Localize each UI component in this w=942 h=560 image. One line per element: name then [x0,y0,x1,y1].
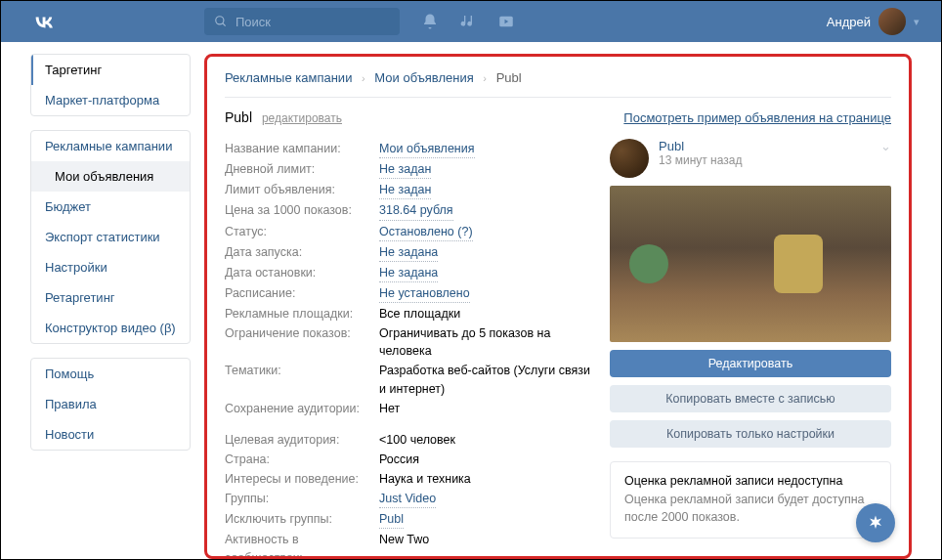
chevron-right-icon: › [483,72,487,84]
property-row: Ограничение показов:Ограничивать до 5 по… [225,323,590,361]
sidebar-item-help[interactable]: Помощь [31,359,190,389]
breadcrumb-current: Publ [496,70,522,85]
property-row: Рекламные площадки:Все площадки [225,304,590,323]
copy-settings-button[interactable]: Копировать только настройки [610,420,891,448]
sidebar-item-settings[interactable]: Настройки [31,252,190,282]
property-row: Активность в сообществах:New Two [225,530,590,559]
sidebar: Таргетинг Маркет-платформа Рекламные кам… [30,54,191,559]
notifications-icon[interactable] [421,13,439,30]
top-icons [421,13,515,30]
edit-title-link[interactable]: редактировать [262,111,342,125]
chevron-down-icon: ▾ [914,16,920,28]
property-value[interactable]: 318.64 рубля [379,201,453,220]
property-row: Сохранение аудитории:Нет [225,399,590,418]
property-label: Дневной лимит: [225,160,379,179]
post-header: Publ 13 минут назад ⌄ [610,139,891,178]
search-box[interactable] [204,8,400,35]
post-title[interactable]: Publ [659,139,742,153]
property-value[interactable]: Не задана [379,264,438,282]
edit-button[interactable]: Редактировать [610,350,891,377]
rating-info-card: Оценка рекламной записи недоступна Оценк… [610,461,891,538]
property-value[interactable]: Publ [379,510,404,529]
sidebar-block-tabs: Таргетинг Маркет-платформа [30,54,191,116]
feedback-fab[interactable] [856,503,895,542]
copy-with-post-button[interactable]: Копировать вместе с записью [610,385,891,412]
property-row: Интересы и поведение:Наука и техника [225,469,590,489]
search-icon [214,15,228,28]
property-value[interactable]: Не задан [379,181,431,199]
svg-point-0 [216,17,224,24]
sidebar-item-my-ads[interactable]: Мои объявления [31,161,190,192]
property-row: Тематики:Разработка веб-сайтов (Услуги с… [225,361,590,398]
property-row: Расписание:Не установлено [225,283,590,304]
property-row: Название кампании:Мои объявления [225,139,590,159]
property-label: Исключить группы: [225,510,379,529]
top-bar: Андрей ▾ [1,1,941,42]
right-column: Publ 13 минут назад ⌄ Редактировать Копи… [610,139,891,559]
property-label: Дата запуска: [225,243,379,262]
sidebar-item-budget[interactable]: Бюджет [31,192,190,222]
sidebar-block-nav: Рекламные кампании Мои объявления Бюджет… [30,130,191,344]
property-row: Дата запуска:Не задана [225,242,590,263]
property-label: Тематики: [225,362,379,397]
property-value: Все площадки [379,305,460,323]
sidebar-tab-targeting[interactable]: Таргетинг [31,55,190,85]
property-label: Активность в сообществах: [225,531,379,559]
video-icon[interactable] [497,13,515,30]
property-label: Название кампании: [225,140,379,158]
property-value: Россия [379,451,419,468]
property-label: Интересы и поведение: [225,470,379,488]
sidebar-item-export[interactable]: Экспорт статистики [31,222,190,252]
property-value[interactable]: Не установлено [379,284,470,303]
svg-line-1 [223,23,226,26]
property-value[interactable]: Just Video [379,490,436,508]
property-label: Группы: [225,490,379,508]
property-row: Целевая аудитория:<100 человек [225,430,590,450]
property-value: Разработка веб-сайтов (Услуги связи и ин… [379,362,590,397]
sidebar-item-news[interactable]: Новости [31,419,190,450]
sidebar-item-rules[interactable]: Правила [31,389,190,419]
property-row: Дата остановки:Не задана [225,263,590,283]
breadcrumb-campaigns[interactable]: Рекламные кампании [225,70,352,85]
sidebar-item-video-builder[interactable]: Конструктор видео (β) [31,313,190,343]
info-card-body: Оценка рекламной записи будет доступна п… [624,492,877,526]
breadcrumb-myads[interactable]: Мои объявления [374,70,473,85]
chevron-right-icon: › [362,72,365,84]
property-label: Расписание: [225,284,379,303]
property-label: Страна: [225,451,379,468]
property-row: Страна:Россия [225,450,590,469]
property-value[interactable]: Остановлено (?) [379,223,473,241]
chevron-down-icon[interactable]: ⌄ [880,139,891,153]
property-value: Наука и техника [379,470,471,488]
property-label: Целевая аудитория: [225,431,379,449]
vk-logo[interactable] [30,8,58,35]
avatar [878,8,906,35]
search-input[interactable] [236,15,390,29]
property-value[interactable]: Мои объявления [379,140,475,158]
property-row: Исключить группы:Publ [225,509,590,530]
sidebar-item-retargeting[interactable]: Ретаргетинг [31,282,190,313]
post-image[interactable] [610,186,891,342]
property-label: Сохранение аудитории: [225,400,379,417]
property-value[interactable]: Не задан [379,160,431,179]
property-label: Рекламные площадки: [225,305,379,323]
user-menu[interactable]: Андрей ▾ [827,8,920,35]
property-row: Дневной лимит:Не задан [225,159,590,180]
properties-list: Название кампании:Мои объявленияДневной … [225,139,590,559]
property-row: Статус:Остановлено (?) [225,222,590,242]
page-title: Publ редактировать [225,109,342,125]
property-value: Нет [379,400,400,417]
user-name: Андрей [827,15,871,29]
property-value: <100 человек [379,431,455,449]
property-value: Ограничивать до 5 показов на человека [379,324,590,360]
breadcrumb: Рекламные кампании › Мои объявления › Pu… [225,70,891,98]
property-value: New Two [379,531,429,559]
preview-link[interactable]: Посмотреть пример объявления на странице [623,110,891,125]
sidebar-tab-market[interactable]: Маркет-платформа [31,85,190,115]
post-avatar[interactable] [610,139,649,178]
music-icon[interactable] [460,13,476,30]
sidebar-item-campaigns[interactable]: Рекламные кампании [31,131,190,161]
property-value[interactable]: Не задана [379,243,438,262]
property-label: Ограничение показов: [225,324,379,360]
property-row: Группы:Just Video [225,489,590,509]
